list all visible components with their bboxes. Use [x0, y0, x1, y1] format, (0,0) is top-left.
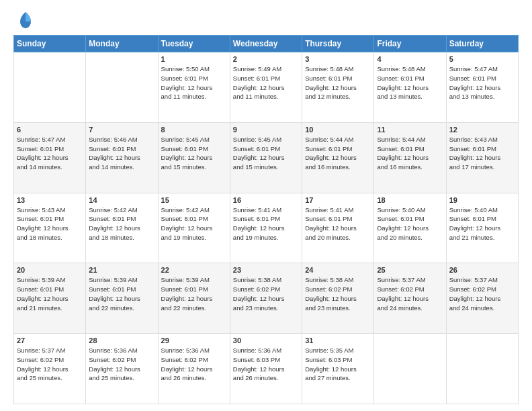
- day-number: 18: [377, 196, 443, 204]
- day-info: Sunrise: 5:46 AM Sunset: 6:01 PM Dayligh…: [89, 135, 154, 172]
- calendar-week-row: 6Sunrise: 5:47 AM Sunset: 6:01 PM Daylig…: [14, 122, 519, 193]
- day-number: 3: [305, 55, 371, 63]
- day-info: Sunrise: 5:42 AM Sunset: 6:01 PM Dayligh…: [89, 205, 154, 242]
- day-info: Sunrise: 5:39 AM Sunset: 6:01 PM Dayligh…: [17, 275, 83, 312]
- day-number: 21: [89, 266, 154, 274]
- day-info: Sunrise: 5:48 AM Sunset: 6:01 PM Dayligh…: [377, 64, 443, 101]
- weekday-header-friday: Friday: [374, 36, 446, 52]
- calendar-cell: 23Sunrise: 5:38 AM Sunset: 6:02 PM Dayli…: [230, 263, 302, 334]
- day-info: Sunrise: 5:44 AM Sunset: 6:01 PM Dayligh…: [377, 135, 443, 172]
- calendar-cell: 1Sunrise: 5:50 AM Sunset: 6:01 PM Daylig…: [158, 52, 230, 123]
- day-info: Sunrise: 5:45 AM Sunset: 6:01 PM Dayligh…: [233, 135, 299, 172]
- calendar-cell: 30Sunrise: 5:36 AM Sunset: 6:03 PM Dayli…: [230, 334, 302, 404]
- day-number: 15: [161, 196, 227, 204]
- day-info: Sunrise: 5:36 AM Sunset: 6:02 PM Dayligh…: [161, 346, 227, 383]
- day-number: 2: [233, 55, 299, 63]
- calendar-cell: 27Sunrise: 5:37 AM Sunset: 6:02 PM Dayli…: [14, 334, 86, 404]
- day-info: Sunrise: 5:39 AM Sunset: 6:01 PM Dayligh…: [89, 275, 154, 312]
- day-info: Sunrise: 5:47 AM Sunset: 6:01 PM Dayligh…: [449, 64, 515, 101]
- day-number: 11: [377, 126, 443, 134]
- day-info: Sunrise: 5:40 AM Sunset: 6:01 PM Dayligh…: [377, 205, 443, 242]
- day-number: 13: [17, 196, 83, 204]
- calendar-cell: 8Sunrise: 5:45 AM Sunset: 6:01 PM Daylig…: [158, 122, 230, 193]
- day-info: Sunrise: 5:38 AM Sunset: 6:02 PM Dayligh…: [305, 275, 371, 312]
- day-info: Sunrise: 5:44 AM Sunset: 6:01 PM Dayligh…: [305, 135, 371, 172]
- day-info: Sunrise: 5:40 AM Sunset: 6:01 PM Dayligh…: [449, 205, 515, 242]
- day-number: 9: [233, 126, 299, 134]
- day-info: Sunrise: 5:38 AM Sunset: 6:02 PM Dayligh…: [233, 275, 299, 312]
- day-number: 19: [449, 196, 515, 204]
- calendar-cell: 7Sunrise: 5:46 AM Sunset: 6:01 PM Daylig…: [86, 122, 158, 193]
- calendar-cell: 15Sunrise: 5:42 AM Sunset: 6:01 PM Dayli…: [158, 193, 230, 263]
- calendar-cell: [14, 52, 86, 123]
- weekday-header-wednesday: Wednesday: [230, 36, 302, 52]
- day-info: Sunrise: 5:41 AM Sunset: 6:01 PM Dayligh…: [305, 205, 371, 242]
- calendar-cell: 21Sunrise: 5:39 AM Sunset: 6:01 PM Dayli…: [86, 263, 158, 334]
- day-number: 23: [233, 266, 299, 274]
- day-info: Sunrise: 5:41 AM Sunset: 6:01 PM Dayligh…: [233, 205, 299, 242]
- weekday-header-monday: Monday: [86, 36, 158, 52]
- day-number: 17: [305, 196, 371, 204]
- day-info: Sunrise: 5:35 AM Sunset: 6:03 PM Dayligh…: [305, 346, 371, 383]
- day-info: Sunrise: 5:48 AM Sunset: 6:01 PM Dayligh…: [305, 64, 371, 101]
- day-info: Sunrise: 5:37 AM Sunset: 6:02 PM Dayligh…: [377, 275, 443, 312]
- page: SundayMondayTuesdayWednesdayThursdayFrid…: [0, 0, 532, 411]
- calendar-cell: 31Sunrise: 5:35 AM Sunset: 6:03 PM Dayli…: [302, 334, 374, 404]
- calendar-week-row: 1Sunrise: 5:50 AM Sunset: 6:01 PM Daylig…: [14, 52, 519, 123]
- calendar-week-row: 13Sunrise: 5:43 AM Sunset: 6:01 PM Dayli…: [14, 193, 519, 263]
- calendar-cell: 20Sunrise: 5:39 AM Sunset: 6:01 PM Dayli…: [14, 263, 86, 334]
- day-info: Sunrise: 5:43 AM Sunset: 6:01 PM Dayligh…: [449, 135, 515, 172]
- day-info: Sunrise: 5:39 AM Sunset: 6:01 PM Dayligh…: [161, 275, 227, 312]
- day-info: Sunrise: 5:47 AM Sunset: 6:01 PM Dayligh…: [17, 135, 83, 172]
- calendar-cell: 3Sunrise: 5:48 AM Sunset: 6:01 PM Daylig…: [302, 52, 374, 123]
- calendar-cell: 18Sunrise: 5:40 AM Sunset: 6:01 PM Dayli…: [374, 193, 446, 263]
- calendar-cell: 12Sunrise: 5:43 AM Sunset: 6:01 PM Dayli…: [446, 122, 518, 193]
- day-number: 30: [233, 336, 299, 345]
- day-info: Sunrise: 5:45 AM Sunset: 6:01 PM Dayligh…: [161, 135, 227, 172]
- calendar-cell: 6Sunrise: 5:47 AM Sunset: 6:01 PM Daylig…: [14, 122, 86, 193]
- calendar-cell: [374, 334, 446, 404]
- day-number: 8: [161, 126, 227, 134]
- calendar-cell: 4Sunrise: 5:48 AM Sunset: 6:01 PM Daylig…: [374, 52, 446, 123]
- day-number: 16: [233, 196, 299, 204]
- day-info: Sunrise: 5:36 AM Sunset: 6:03 PM Dayligh…: [233, 346, 299, 383]
- calendar-cell: 14Sunrise: 5:42 AM Sunset: 6:01 PM Dayli…: [86, 193, 158, 263]
- day-info: Sunrise: 5:43 AM Sunset: 6:01 PM Dayligh…: [17, 205, 83, 242]
- day-number: 7: [89, 126, 154, 134]
- calendar-cell: 25Sunrise: 5:37 AM Sunset: 6:02 PM Dayli…: [374, 263, 446, 334]
- calendar-cell: 9Sunrise: 5:45 AM Sunset: 6:01 PM Daylig…: [230, 122, 302, 193]
- day-number: 10: [305, 126, 371, 134]
- calendar-cell: 17Sunrise: 5:41 AM Sunset: 6:01 PM Dayli…: [302, 193, 374, 263]
- weekday-header-sunday: Sunday: [14, 36, 86, 52]
- calendar-cell: 13Sunrise: 5:43 AM Sunset: 6:01 PM Dayli…: [14, 193, 86, 263]
- calendar-cell: [86, 52, 158, 123]
- calendar-cell: [446, 334, 518, 404]
- calendar-cell: 28Sunrise: 5:36 AM Sunset: 6:02 PM Dayli…: [86, 334, 158, 404]
- day-info: Sunrise: 5:49 AM Sunset: 6:01 PM Dayligh…: [233, 64, 299, 101]
- day-number: 20: [17, 266, 83, 274]
- day-number: 24: [305, 266, 371, 274]
- day-info: Sunrise: 5:37 AM Sunset: 6:02 PM Dayligh…: [17, 346, 83, 383]
- day-number: 28: [89, 336, 154, 345]
- day-number: 5: [449, 55, 515, 63]
- day-number: 29: [161, 336, 227, 345]
- calendar-cell: 29Sunrise: 5:36 AM Sunset: 6:02 PM Dayli…: [158, 334, 230, 404]
- calendar-cell: 16Sunrise: 5:41 AM Sunset: 6:01 PM Dayli…: [230, 193, 302, 263]
- day-number: 22: [161, 266, 227, 274]
- calendar-header-row: SundayMondayTuesdayWednesdayThursdayFrid…: [14, 36, 519, 52]
- calendar-cell: 24Sunrise: 5:38 AM Sunset: 6:02 PM Dayli…: [302, 263, 374, 334]
- day-number: 26: [449, 266, 515, 274]
- calendar-cell: 11Sunrise: 5:44 AM Sunset: 6:01 PM Dayli…: [374, 122, 446, 193]
- day-info: Sunrise: 5:37 AM Sunset: 6:02 PM Dayligh…: [449, 275, 515, 312]
- header: [13, 11, 519, 30]
- day-number: 31: [305, 336, 371, 345]
- calendar-week-row: 20Sunrise: 5:39 AM Sunset: 6:01 PM Dayli…: [14, 263, 519, 334]
- day-info: Sunrise: 5:36 AM Sunset: 6:02 PM Dayligh…: [89, 346, 154, 383]
- day-info: Sunrise: 5:42 AM Sunset: 6:01 PM Dayligh…: [161, 205, 227, 242]
- day-number: 27: [17, 336, 83, 345]
- day-info: Sunrise: 5:50 AM Sunset: 6:01 PM Dayligh…: [161, 64, 227, 101]
- day-number: 14: [89, 196, 154, 204]
- day-number: 1: [161, 55, 227, 63]
- calendar-cell: 22Sunrise: 5:39 AM Sunset: 6:01 PM Dayli…: [158, 263, 230, 334]
- calendar-week-row: 27Sunrise: 5:37 AM Sunset: 6:02 PM Dayli…: [14, 334, 519, 404]
